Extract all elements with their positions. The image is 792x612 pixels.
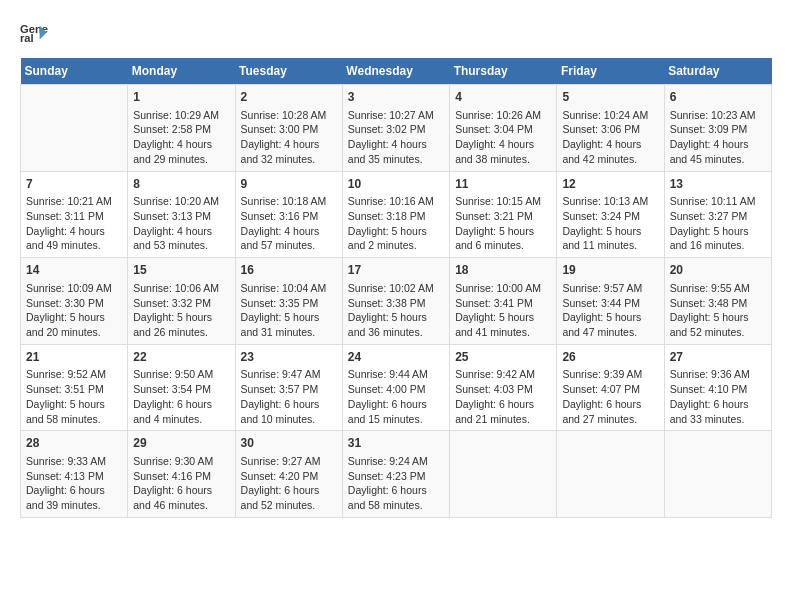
calendar-cell: 31Sunrise: 9:24 AM Sunset: 4:23 PM Dayli… (342, 431, 449, 518)
calendar-cell: 14Sunrise: 10:09 AM Sunset: 3:30 PM Dayl… (21, 258, 128, 345)
day-info: Sunrise: 9:24 AM Sunset: 4:23 PM Dayligh… (348, 454, 444, 513)
day-info: Sunrise: 9:44 AM Sunset: 4:00 PM Dayligh… (348, 367, 444, 426)
day-number: 7 (26, 176, 122, 193)
day-number: 1 (133, 89, 229, 106)
day-info: Sunrise: 9:30 AM Sunset: 4:16 PM Dayligh… (133, 454, 229, 513)
day-number: 6 (670, 89, 766, 106)
day-number: 8 (133, 176, 229, 193)
day-info: Sunrise: 10:20 AM Sunset: 3:13 PM Daylig… (133, 194, 229, 253)
day-info: Sunrise: 10:28 AM Sunset: 3:00 PM Daylig… (241, 108, 337, 167)
day-info: Sunrise: 9:57 AM Sunset: 3:44 PM Dayligh… (562, 281, 658, 340)
day-info: Sunrise: 10:29 AM Sunset: 2:58 PM Daylig… (133, 108, 229, 167)
day-number: 19 (562, 262, 658, 279)
day-info: Sunrise: 10:26 AM Sunset: 3:04 PM Daylig… (455, 108, 551, 167)
calendar-cell: 22Sunrise: 9:50 AM Sunset: 3:54 PM Dayli… (128, 344, 235, 431)
day-number: 26 (562, 349, 658, 366)
day-info: Sunrise: 9:42 AM Sunset: 4:03 PM Dayligh… (455, 367, 551, 426)
day-info: Sunrise: 9:33 AM Sunset: 4:13 PM Dayligh… (26, 454, 122, 513)
calendar-cell: 3Sunrise: 10:27 AM Sunset: 3:02 PM Dayli… (342, 85, 449, 172)
day-number: 5 (562, 89, 658, 106)
calendar-cell: 15Sunrise: 10:06 AM Sunset: 3:32 PM Dayl… (128, 258, 235, 345)
calendar-cell: 13Sunrise: 10:11 AM Sunset: 3:27 PM Dayl… (664, 171, 771, 258)
day-number: 12 (562, 176, 658, 193)
calendar-cell: 27Sunrise: 9:36 AM Sunset: 4:10 PM Dayli… (664, 344, 771, 431)
day-info: Sunrise: 9:52 AM Sunset: 3:51 PM Dayligh… (26, 367, 122, 426)
day-info: Sunrise: 10:02 AM Sunset: 3:38 PM Daylig… (348, 281, 444, 340)
day-header-thursday: Thursday (450, 58, 557, 85)
day-header-wednesday: Wednesday (342, 58, 449, 85)
day-number: 20 (670, 262, 766, 279)
calendar-cell: 12Sunrise: 10:13 AM Sunset: 3:24 PM Dayl… (557, 171, 664, 258)
header: Gene ral (20, 20, 772, 48)
day-number: 25 (455, 349, 551, 366)
calendar-cell: 8Sunrise: 10:20 AM Sunset: 3:13 PM Dayli… (128, 171, 235, 258)
day-header-tuesday: Tuesday (235, 58, 342, 85)
calendar-cell: 25Sunrise: 9:42 AM Sunset: 4:03 PM Dayli… (450, 344, 557, 431)
calendar-cell: 29Sunrise: 9:30 AM Sunset: 4:16 PM Dayli… (128, 431, 235, 518)
calendar-cell: 10Sunrise: 10:16 AM Sunset: 3:18 PM Dayl… (342, 171, 449, 258)
day-info: Sunrise: 9:39 AM Sunset: 4:07 PM Dayligh… (562, 367, 658, 426)
day-number: 24 (348, 349, 444, 366)
svg-text:ral: ral (20, 32, 34, 44)
day-info: Sunrise: 10:09 AM Sunset: 3:30 PM Daylig… (26, 281, 122, 340)
day-number: 30 (241, 435, 337, 452)
calendar-cell (557, 431, 664, 518)
day-header-saturday: Saturday (664, 58, 771, 85)
day-info: Sunrise: 9:27 AM Sunset: 4:20 PM Dayligh… (241, 454, 337, 513)
calendar-cell: 4Sunrise: 10:26 AM Sunset: 3:04 PM Dayli… (450, 85, 557, 172)
day-number: 27 (670, 349, 766, 366)
day-info: Sunrise: 10:16 AM Sunset: 3:18 PM Daylig… (348, 194, 444, 253)
calendar-week-1: 1Sunrise: 10:29 AM Sunset: 2:58 PM Dayli… (21, 85, 772, 172)
day-info: Sunrise: 10:21 AM Sunset: 3:11 PM Daylig… (26, 194, 122, 253)
day-info: Sunrise: 10:23 AM Sunset: 3:09 PM Daylig… (670, 108, 766, 167)
calendar-week-5: 28Sunrise: 9:33 AM Sunset: 4:13 PM Dayli… (21, 431, 772, 518)
calendar-cell (21, 85, 128, 172)
day-number: 4 (455, 89, 551, 106)
day-info: Sunrise: 10:18 AM Sunset: 3:16 PM Daylig… (241, 194, 337, 253)
day-header-friday: Friday (557, 58, 664, 85)
calendar-cell (664, 431, 771, 518)
day-info: Sunrise: 10:27 AM Sunset: 3:02 PM Daylig… (348, 108, 444, 167)
day-number: 21 (26, 349, 122, 366)
day-number: 23 (241, 349, 337, 366)
calendar-cell: 5Sunrise: 10:24 AM Sunset: 3:06 PM Dayli… (557, 85, 664, 172)
logo: Gene ral (20, 20, 52, 48)
day-info: Sunrise: 10:04 AM Sunset: 3:35 PM Daylig… (241, 281, 337, 340)
calendar-cell: 28Sunrise: 9:33 AM Sunset: 4:13 PM Dayli… (21, 431, 128, 518)
calendar-cell: 18Sunrise: 10:00 AM Sunset: 3:41 PM Dayl… (450, 258, 557, 345)
calendar-cell: 26Sunrise: 9:39 AM Sunset: 4:07 PM Dayli… (557, 344, 664, 431)
calendar-cell (450, 431, 557, 518)
calendar-cell: 20Sunrise: 9:55 AM Sunset: 3:48 PM Dayli… (664, 258, 771, 345)
calendar-cell: 24Sunrise: 9:44 AM Sunset: 4:00 PM Dayli… (342, 344, 449, 431)
calendar-cell: 11Sunrise: 10:15 AM Sunset: 3:21 PM Dayl… (450, 171, 557, 258)
calendar-cell: 2Sunrise: 10:28 AM Sunset: 3:00 PM Dayli… (235, 85, 342, 172)
day-info: Sunrise: 10:06 AM Sunset: 3:32 PM Daylig… (133, 281, 229, 340)
calendar-cell: 17Sunrise: 10:02 AM Sunset: 3:38 PM Dayl… (342, 258, 449, 345)
day-number: 3 (348, 89, 444, 106)
day-info: Sunrise: 9:50 AM Sunset: 3:54 PM Dayligh… (133, 367, 229, 426)
day-header-sunday: Sunday (21, 58, 128, 85)
day-info: Sunrise: 10:24 AM Sunset: 3:06 PM Daylig… (562, 108, 658, 167)
day-info: Sunrise: 10:00 AM Sunset: 3:41 PM Daylig… (455, 281, 551, 340)
day-number: 18 (455, 262, 551, 279)
calendar-table: SundayMondayTuesdayWednesdayThursdayFrid… (20, 58, 772, 518)
day-number: 29 (133, 435, 229, 452)
calendar-cell: 19Sunrise: 9:57 AM Sunset: 3:44 PM Dayli… (557, 258, 664, 345)
day-number: 10 (348, 176, 444, 193)
day-header-monday: Monday (128, 58, 235, 85)
day-number: 22 (133, 349, 229, 366)
logo-icon: Gene ral (20, 20, 48, 48)
calendar-cell: 6Sunrise: 10:23 AM Sunset: 3:09 PM Dayli… (664, 85, 771, 172)
day-number: 14 (26, 262, 122, 279)
day-number: 11 (455, 176, 551, 193)
calendar-cell: 23Sunrise: 9:47 AM Sunset: 3:57 PM Dayli… (235, 344, 342, 431)
calendar-header-row: SundayMondayTuesdayWednesdayThursdayFrid… (21, 58, 772, 85)
day-number: 9 (241, 176, 337, 193)
calendar-cell: 7Sunrise: 10:21 AM Sunset: 3:11 PM Dayli… (21, 171, 128, 258)
calendar-cell: 21Sunrise: 9:52 AM Sunset: 3:51 PM Dayli… (21, 344, 128, 431)
day-number: 28 (26, 435, 122, 452)
calendar-week-4: 21Sunrise: 9:52 AM Sunset: 3:51 PM Dayli… (21, 344, 772, 431)
day-info: Sunrise: 10:15 AM Sunset: 3:21 PM Daylig… (455, 194, 551, 253)
calendar-cell: 1Sunrise: 10:29 AM Sunset: 2:58 PM Dayli… (128, 85, 235, 172)
day-number: 13 (670, 176, 766, 193)
